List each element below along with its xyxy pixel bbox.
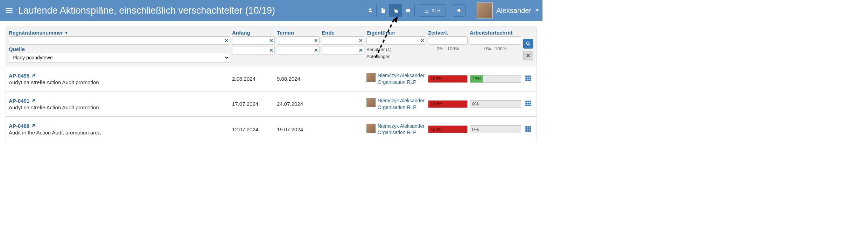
announce-button[interactable] — [453, 4, 465, 17]
xls-label: XLS — [431, 8, 440, 13]
filter-termin-to[interactable] — [277, 46, 320, 54]
document-icon — [380, 8, 386, 13]
clear-icon[interactable]: ✕ — [269, 47, 273, 53]
user-menu[interactable]: Aleksander — [473, 2, 539, 19]
copy-icon — [393, 8, 398, 13]
filter-quelle-select[interactable]: Plany poaudytowe — [9, 53, 230, 63]
table-row: AP-0495 Audyt na strefie Action Audit pr… — [6, 66, 537, 92]
action-plan-desc: Audit in the Action Audit promotion area — [9, 130, 230, 136]
owner-hint-users[interactable]: Benutzer (1) — [366, 46, 426, 53]
owner-name-link[interactable]: Niemczyk Aleksander — [378, 123, 425, 129]
col-header-termin[interactable]: Termin — [277, 30, 320, 36]
external-link-icon — [31, 124, 35, 128]
clear-icon[interactable]: ✕ — [314, 38, 318, 43]
filter-anfang-from[interactable] — [232, 36, 275, 45]
col-header-reg[interactable]: Registrationsnummer ▼ — [9, 30, 230, 36]
col-header-reg-text: Registrationsnummer — [9, 30, 63, 36]
col-header-progress[interactable]: Arbeitsfortschritt — [470, 30, 521, 36]
menu-button[interactable] — [3, 4, 15, 17]
owner-name-link[interactable]: Niemczyk Aleksander — [378, 98, 425, 103]
grid-icon — [525, 126, 531, 132]
clear-icon[interactable]: ✕ — [314, 47, 318, 53]
filter-termin-from[interactable] — [277, 36, 320, 45]
cell-termin: 9.08.2024 — [277, 76, 320, 82]
svg-point-0 — [526, 42, 529, 45]
col-header-anfang[interactable]: Anfang — [232, 30, 275, 36]
download-icon — [424, 8, 429, 13]
action-plan-link[interactable]: AP-0491 — [9, 98, 35, 104]
close-icon — [526, 53, 531, 58]
clear-icon[interactable]: ✕ — [359, 38, 363, 43]
filter-preset-group — [364, 4, 415, 17]
username-label: Aleksander — [496, 7, 531, 15]
cell-termin: 24.07.2024 — [277, 101, 320, 107]
row-grid-button[interactable] — [523, 100, 533, 108]
zeitverl-range: 0% - 100% — [428, 46, 468, 51]
table-row: AP-0491 Audyt na strefie Action Audit pr… — [6, 92, 537, 117]
row-grid-button[interactable] — [523, 126, 533, 133]
table-row: AP-0488 Audit in the Action Audit promot… — [6, 117, 537, 142]
preset-doc-button[interactable] — [377, 4, 389, 17]
filter-zeitverl-slider[interactable] — [428, 36, 468, 45]
avatar — [366, 98, 376, 107]
table-body: AP-0495 Audyt na strefie Action Audit pr… — [6, 66, 537, 142]
action-plan-link[interactable]: AP-0488 — [9, 123, 35, 129]
user-icon — [368, 8, 373, 13]
progress-bar: 0% — [470, 100, 521, 108]
megaphone-icon — [456, 8, 462, 13]
avatar — [366, 73, 376, 82]
export-xls-button[interactable]: XLS — [419, 4, 446, 17]
col-header-quelle[interactable]: Quelle — [9, 46, 230, 52]
col-header-owner[interactable]: Eigentümer — [366, 30, 426, 36]
sort-desc-icon: ▼ — [64, 31, 68, 35]
cell-anfang: 17.07.2024 — [232, 101, 275, 107]
cell-anfang: 12.07.2024 — [232, 126, 275, 132]
clear-icon[interactable]: ✕ — [269, 38, 273, 43]
col-header-ende[interactable]: Ende — [322, 30, 364, 36]
timepass-bar: 100% — [428, 125, 468, 133]
col-header-quelle-text: Quelle — [9, 46, 25, 52]
avatar — [477, 2, 493, 19]
progress-bar: 0% — [470, 125, 521, 133]
menu-icon — [5, 6, 14, 15]
preset-archive-button[interactable] — [402, 4, 414, 17]
col-header-zeitverl[interactable]: Zeitverl. — [428, 30, 468, 36]
filter-owner-input[interactable] — [366, 36, 426, 45]
filter-ende-from[interactable] — [322, 36, 364, 45]
action-plan-desc: Audyt na strefie Action Audit promotion — [9, 79, 230, 85]
search-button[interactable] — [523, 39, 533, 49]
owner-name-link[interactable]: Niemczyk Aleksander — [378, 73, 425, 78]
external-link-icon — [31, 98, 35, 103]
filter-progress-slider[interactable] — [470, 36, 521, 45]
external-link-icon — [31, 73, 35, 78]
timepass-bar: 100% — [428, 75, 468, 83]
action-plan-link[interactable]: AP-0495 — [9, 73, 35, 79]
clear-icon[interactable]: ✕ — [420, 38, 425, 43]
action-plan-desc: Audyt na strefie Action Audit promotion — [9, 104, 230, 110]
progress-range: 0% - 100% — [470, 46, 521, 51]
chevron-down-icon — [536, 9, 539, 12]
grid-icon — [525, 100, 531, 107]
grid-icon — [525, 75, 531, 81]
owner-org-link[interactable]: Organisation RLP — [378, 130, 416, 135]
avatar — [366, 124, 376, 133]
cell-termin: 19.07.2024 — [277, 126, 320, 132]
timepass-bar: 100% — [428, 100, 468, 108]
filter-reg-input[interactable] — [9, 36, 230, 45]
filter-ende-to[interactable] — [322, 46, 364, 54]
cell-anfang: 2.08.2024 — [232, 76, 275, 82]
clear-icon[interactable]: ✕ — [359, 47, 363, 53]
search-icon — [526, 41, 531, 46]
owner-hint-depts[interactable]: Abteilungen — [366, 53, 426, 60]
owner-org-link[interactable]: Organisation RLP — [378, 79, 416, 85]
progress-bar: 25% — [470, 75, 521, 83]
preset-copy-button[interactable] — [389, 4, 402, 17]
clear-filters-button[interactable] — [523, 51, 533, 60]
archive-icon — [405, 8, 411, 13]
owner-org-link[interactable]: Organisation RLP — [378, 104, 416, 110]
filter-anfang-to[interactable] — [232, 46, 275, 54]
clear-icon[interactable]: ✕ — [224, 38, 229, 43]
preset-user-button[interactable] — [364, 4, 377, 17]
page-title: Laufende Aktionspläne, einschließlich ve… — [18, 5, 364, 16]
row-grid-button[interactable] — [523, 75, 533, 82]
